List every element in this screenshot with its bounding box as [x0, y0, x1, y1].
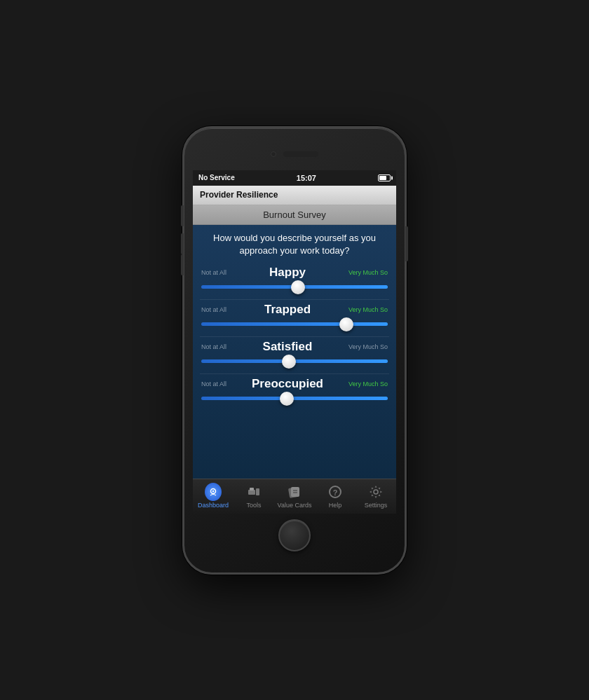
survey-question: How would you describe yourself as you a…: [193, 225, 396, 263]
section-title: Burnout Survey: [263, 210, 326, 220]
tab-dashboard[interactable]: Dashboard: [193, 483, 233, 509]
label-not-at-all-trapped: Not at All: [201, 306, 226, 313]
label-very-much-happy: Very Much So: [348, 269, 388, 276]
signal-status: No Service: [198, 174, 235, 181]
main-content: How would you describe yourself as you a…: [193, 225, 396, 514]
slider-preoccupied-labels: Not at All Preoccupied Very Much So: [201, 377, 388, 391]
home-button[interactable]: [278, 519, 311, 551]
svg-rect-3: [250, 488, 254, 490]
label-not-at-all-happy: Not at All: [201, 269, 226, 276]
dashboard-svg: [208, 486, 219, 497]
slider-trapped-track-container[interactable]: [201, 318, 388, 331]
slider-satisfied-track: [201, 359, 388, 363]
dashboard-icon-circle: [205, 483, 222, 501]
settings-icon: [367, 483, 384, 500]
dashboard-icon: [205, 483, 222, 500]
slider-preoccupied-track: [201, 397, 388, 400]
tools-svg: [246, 484, 262, 500]
app-title: Provider Resilience: [200, 190, 278, 200]
slider-happy-track: [201, 285, 388, 289]
label-very-much-preoccupied: Very Much So: [348, 380, 388, 387]
slider-happy-title: Happy: [226, 266, 348, 280]
svg-text:?: ?: [333, 488, 338, 497]
help-svg: ?: [327, 484, 343, 500]
content-spacer: [193, 411, 396, 479]
slider-trapped-title: Trapped: [226, 303, 348, 317]
svg-rect-4: [256, 488, 259, 495]
slider-satisfied: Not at All Satisfied Very Much So: [193, 337, 396, 373]
label-very-much-satisfied: Very Much So: [348, 343, 388, 350]
slider-trapped-labels: Not at All Trapped Very Much So: [201, 303, 388, 317]
tab-bar: Dashboard Tools: [193, 479, 396, 514]
tab-help[interactable]: ? Help: [315, 483, 356, 509]
slider-happy-track-container[interactable]: [201, 281, 388, 294]
svg-rect-2: [248, 490, 255, 495]
battery-area: [378, 174, 391, 181]
slider-happy-labels: Not at All Happy Very Much So: [201, 266, 388, 280]
slider-happy-thumb[interactable]: [291, 280, 305, 294]
slider-preoccupied-title: Preoccupied: [226, 377, 348, 391]
slider-satisfied-title: Satisfied: [226, 340, 348, 354]
slider-trapped-track: [201, 322, 388, 326]
slider-happy: Not at All Happy Very Much So: [193, 263, 396, 299]
slider-trapped: Not at All Trapped Very Much So: [193, 300, 396, 336]
label-not-at-all-preoccupied: Not at All: [201, 380, 226, 387]
slider-satisfied-thumb[interactable]: [282, 355, 296, 369]
svg-rect-6: [291, 487, 299, 497]
section-header: Burnout Survey: [193, 205, 396, 225]
slider-preoccupied: Not at All Preoccupied Very Much So: [193, 374, 396, 411]
status-bar: No Service 15:07: [193, 170, 396, 186]
slider-preoccupied-track-container[interactable]: [201, 392, 388, 405]
phone-screen: No Service 15:07 Provider Resilience Bur…: [193, 170, 396, 514]
tab-dashboard-label: Dashboard: [198, 502, 229, 509]
slider-satisfied-labels: Not at All Satisfied Very Much So: [201, 340, 388, 354]
tab-help-label: Help: [329, 502, 342, 509]
slider-preoccupied-thumb[interactable]: [280, 392, 294, 406]
tab-settings[interactable]: Settings: [356, 483, 396, 509]
value-cards-svg: [287, 484, 302, 500]
tab-settings-label: Settings: [365, 502, 388, 509]
phone-device: No Service 15:07 Provider Resilience Bur…: [182, 126, 407, 575]
svg-point-11: [374, 490, 378, 494]
tab-tools-label: Tools: [246, 502, 261, 509]
slider-trapped-thumb[interactable]: [339, 317, 353, 331]
tab-tools[interactable]: Tools: [233, 483, 274, 509]
nav-bar: Provider Resilience: [193, 186, 396, 205]
tab-value-cards-label: Value Cards: [278, 502, 312, 509]
camera-icon: [271, 151, 276, 157]
label-not-at-all-satisfied: Not at All: [201, 343, 226, 350]
label-very-much-trapped: Very Much So: [348, 306, 388, 313]
battery-fill: [379, 176, 386, 180]
tab-value-cards[interactable]: Value Cards: [274, 483, 315, 509]
clock: 15:07: [297, 174, 316, 182]
settings-svg: [368, 484, 384, 500]
phone-top-area: [184, 134, 405, 174]
slider-satisfied-track-container[interactable]: [201, 355, 388, 368]
help-icon: ?: [327, 483, 344, 500]
speaker-grille: [283, 151, 318, 157]
tools-icon: [245, 483, 262, 500]
value-cards-icon: [286, 483, 303, 500]
battery-icon: [378, 174, 391, 181]
svg-point-1: [212, 490, 214, 492]
